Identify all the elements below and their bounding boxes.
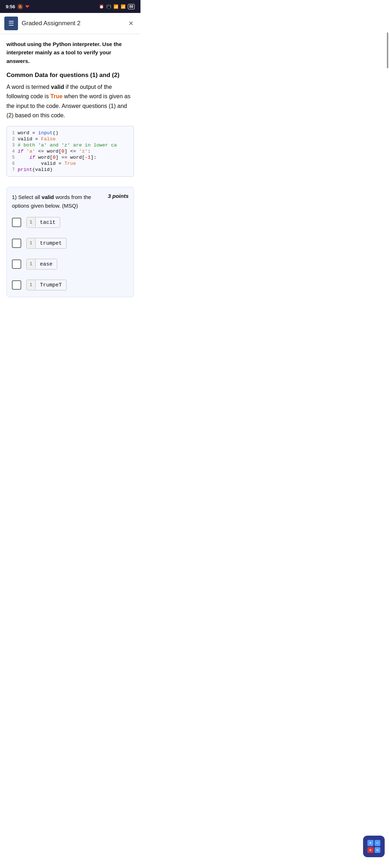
- heart-icon: ❤: [25, 4, 29, 9]
- option-code-box-tacit: 1 tacit: [26, 217, 60, 228]
- wifi-icon: 📶: [113, 4, 119, 9]
- alarm-icon: ⏰: [99, 4, 104, 9]
- option-code-box-ease: 1 ease: [26, 259, 57, 270]
- checkbox-ease[interactable]: [12, 259, 21, 269]
- body-text: A word is termed valid if the output of …: [6, 82, 134, 121]
- option-text-trumpet: trumpet: [36, 238, 66, 248]
- option-item-tacit: 1 tacit: [12, 217, 129, 228]
- option-item-trumpet: 1 trumpet: [12, 238, 129, 249]
- code-line-2: 2 valid = False: [7, 136, 134, 142]
- option-text-trumpet-caps: TrumpeT: [36, 280, 66, 290]
- option-item-ease: 1 ease: [12, 259, 129, 270]
- common-data-heading: Common Data for questions (1) and (2): [6, 72, 134, 79]
- option-text-ease: ease: [36, 259, 57, 269]
- battery-indicator: 88: [128, 4, 135, 9]
- page-title: Graded Assignment 2: [22, 20, 122, 27]
- menu-icon[interactable]: ☰: [4, 17, 18, 30]
- header: ☰ Graded Assignment 2 ×: [0, 13, 140, 34]
- code-line-4: 4 if 'a' <= word[0] <= 'z':: [7, 148, 134, 154]
- option-text-tacit: tacit: [36, 217, 60, 227]
- status-left: 9:56 🔕 ❤: [6, 4, 29, 9]
- intro-text: without using the Python interpreter. Us…: [6, 40, 134, 65]
- code-line-1: 1 word = input(): [7, 130, 134, 136]
- true-keyword: True: [50, 93, 63, 99]
- option-list: 1 tacit 1 trumpet 1 ease: [12, 217, 129, 290]
- option-line-num: 1: [27, 280, 36, 290]
- points-badge: 3 points: [108, 193, 129, 199]
- checkbox-trumpet[interactable]: [12, 239, 21, 248]
- vibrate-icon: 📳: [106, 4, 111, 9]
- main-content: without using the Python interpreter. Us…: [0, 34, 140, 308]
- option-line-num: 1: [27, 259, 36, 269]
- question-text: 1) Select all valid words from the optio…: [12, 193, 104, 210]
- code-line-7: 7 print(valid): [7, 167, 134, 173]
- option-code-box-trumpet-caps: 1 TrumpeT: [26, 280, 67, 290]
- signal-icon: 📶: [121, 4, 126, 9]
- code-block: 1 word = input() 2 valid = False 3 # bot…: [6, 126, 134, 177]
- checkbox-tacit[interactable]: [12, 218, 21, 227]
- close-button[interactable]: ×: [126, 17, 136, 30]
- question-header: 1) Select all valid words from the optio…: [12, 193, 129, 210]
- code-line-6: 6 valid = True: [7, 161, 134, 167]
- question-1-block: 1) Select all valid words from the optio…: [6, 187, 134, 297]
- time: 9:56: [6, 4, 15, 9]
- status-right: ⏰ 📳 📶 📶 88: [99, 4, 135, 9]
- code-line-5: 5 if word[0] == word[-1]:: [7, 154, 134, 161]
- option-item-trumpet-caps: 1 TrumpeT: [12, 280, 129, 290]
- option-line-num: 1: [27, 238, 36, 248]
- option-code-box-trumpet: 1 trumpet: [26, 238, 67, 249]
- code-line-3: 3 # both 'a' and 'z' are in lower ca: [7, 142, 134, 148]
- status-bar: 9:56 🔕 ❤ ⏰ 📳 📶 📶 88: [0, 0, 140, 13]
- checkbox-trumpet-caps[interactable]: [12, 280, 21, 290]
- option-line-num: 1: [27, 217, 36, 227]
- notification-icon: 🔕: [17, 4, 23, 9]
